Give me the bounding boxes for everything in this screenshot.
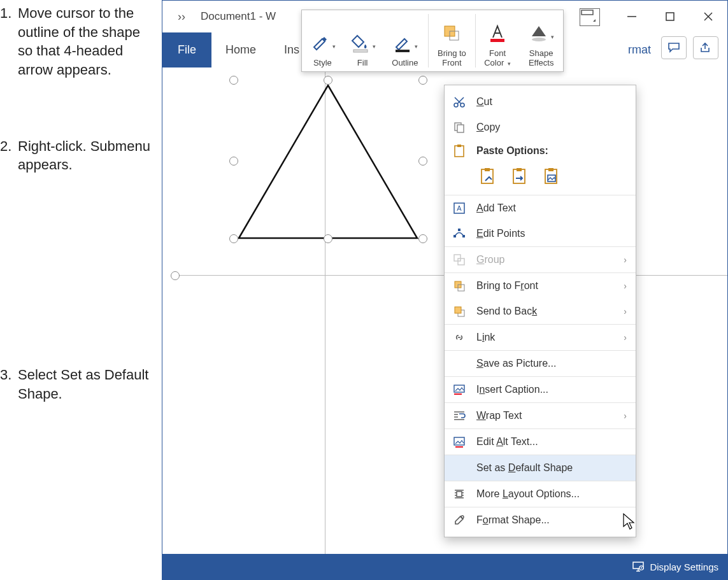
paste-options-row <box>445 162 636 195</box>
chevron-right-icon: › <box>624 281 627 291</box>
document-title: Document1 - W <box>201 10 276 23</box>
menu-insert-caption[interactable]: Insert Caption... <box>445 376 636 402</box>
layout-icon <box>451 488 467 500</box>
minimize-button[interactable] <box>613 1 651 32</box>
menu-more-layout-options[interactable]: More Layout Options... <box>445 481 636 507</box>
ribbon-display-options-button[interactable] <box>580 8 600 26</box>
menu-edit-alt-text[interactable]: Edit Alt Text... <box>445 428 636 455</box>
tab-format-partial[interactable]: rmat <box>628 32 651 67</box>
menu-add-text[interactable]: A Add Text <box>445 195 636 221</box>
chevron-icon[interactable]: ›› <box>162 10 201 24</box>
handle-sw[interactable] <box>229 234 238 243</box>
svg-rect-30 <box>458 229 460 231</box>
step3-number: 3. <box>0 365 18 403</box>
menu-copy[interactable]: Copy <box>445 115 636 140</box>
svg-rect-22 <box>517 168 522 171</box>
style-button[interactable]: ▾ Style <box>302 10 343 71</box>
display-settings-button[interactable]: Display Settings <box>632 561 718 572</box>
svg-point-55 <box>641 567 642 569</box>
chevron-right-icon: › <box>624 306 627 316</box>
title-action-buttons <box>661 36 718 59</box>
handle-n[interactable] <box>324 76 332 85</box>
mini-toolbar: ▾ Style ▾ Fill ▾ Outline Bring toFront <box>301 10 564 72</box>
handle-ne[interactable] <box>418 76 427 85</box>
paste-picture-button[interactable] <box>540 164 564 188</box>
svg-rect-19 <box>482 169 493 183</box>
menu-format-shape[interactable]: Format Shape... <box>445 507 636 533</box>
edit-points-icon <box>451 227 467 240</box>
font-color-button[interactable]: FontColor ▾ <box>476 10 520 71</box>
handle-se[interactable] <box>418 234 427 243</box>
send-back-icon <box>451 305 467 318</box>
paste-merge-button[interactable] <box>508 164 532 188</box>
menu-cut[interactable]: Cut <box>445 89 636 115</box>
svg-rect-21 <box>513 169 525 183</box>
triangle-shape[interactable] <box>232 79 424 244</box>
svg-rect-16 <box>457 125 464 132</box>
instructions-panel: 1. Move cursor to the outline of the sha… <box>0 0 159 404</box>
menu-wrap-text[interactable]: Wrap Text › <box>445 402 636 428</box>
handle-nw[interactable] <box>229 76 238 85</box>
chevron-right-icon: › <box>624 411 627 421</box>
caption-icon <box>451 383 467 396</box>
menu-send-to-back[interactable]: Send to Back › <box>445 299 636 324</box>
svg-rect-17 <box>455 146 464 157</box>
step2-text: Right-click. Submenu appears. <box>18 137 153 174</box>
svg-rect-24 <box>548 168 553 171</box>
svg-point-50 <box>461 516 464 518</box>
svg-point-10 <box>532 38 546 41</box>
menu-paste-options-label: Paste Options: <box>445 140 636 162</box>
link-icon <box>451 331 467 344</box>
fill-button[interactable]: ▾ Fill <box>343 10 382 71</box>
menu-link[interactable]: Link › <box>445 324 636 350</box>
handle-e[interactable] <box>418 157 427 166</box>
menu-edit-points[interactable]: Edit Points <box>445 221 636 246</box>
group-icon <box>451 253 467 266</box>
copy-icon <box>451 121 467 134</box>
restore-button[interactable] <box>651 1 689 32</box>
context-menu: Cut Copy Paste Options: A Add Text Edit … <box>444 85 636 537</box>
svg-rect-49 <box>457 492 462 497</box>
chevron-right-icon: › <box>624 255 627 265</box>
step1-number: 1. <box>0 4 18 80</box>
paste-keep-source-button[interactable] <box>476 164 501 188</box>
wrap-text-icon <box>451 409 467 422</box>
svg-rect-31 <box>454 255 460 261</box>
svg-rect-28 <box>453 235 456 237</box>
tab-home[interactable]: Home <box>211 32 270 67</box>
menu-set-default-shape[interactable]: Set as Default Shape <box>445 455 636 481</box>
svg-rect-18 <box>457 145 461 147</box>
svg-rect-5 <box>353 50 368 52</box>
svg-rect-0 <box>582 10 593 15</box>
share-button[interactable] <box>693 36 718 59</box>
display-settings-icon <box>632 561 645 572</box>
svg-rect-36 <box>455 307 461 313</box>
bring-front-icon <box>451 279 467 292</box>
svg-rect-2 <box>666 13 674 20</box>
word-window: ›› Document1 - W File Home Ins rmat ▾ St… <box>162 0 728 580</box>
clipboard-icon <box>451 144 467 158</box>
tab-file[interactable]: File <box>162 32 211 67</box>
shape-effects-button[interactable]: ▾ ShapeEffects <box>519 10 563 71</box>
outline-button[interactable]: ▾ Outline <box>382 10 429 71</box>
svg-rect-20 <box>485 168 490 171</box>
add-text-icon: A <box>451 202 467 215</box>
svg-rect-32 <box>458 258 464 265</box>
step2-number: 2. <box>0 137 18 174</box>
window-controls <box>613 1 727 32</box>
handle-extra[interactable] <box>171 271 180 280</box>
cursor-pointer-icon <box>622 513 636 530</box>
handle-w[interactable] <box>229 157 238 166</box>
alt-text-icon <box>451 435 467 448</box>
menu-save-as-picture[interactable]: Save as Picture... <box>445 350 636 376</box>
svg-text:A: A <box>457 204 462 212</box>
tab-insert-partial[interactable]: Ins <box>270 32 302 67</box>
comments-button[interactable] <box>661 36 687 59</box>
svg-rect-29 <box>462 235 465 237</box>
close-button[interactable] <box>689 1 727 32</box>
bring-to-front-button[interactable]: Bring toFront <box>429 10 475 71</box>
step3-text: Select Set as Default Shape. <box>18 365 153 403</box>
svg-rect-9 <box>490 39 504 42</box>
menu-bring-to-front[interactable]: Bring to Front › <box>445 272 636 299</box>
handle-s[interactable] <box>324 234 332 243</box>
